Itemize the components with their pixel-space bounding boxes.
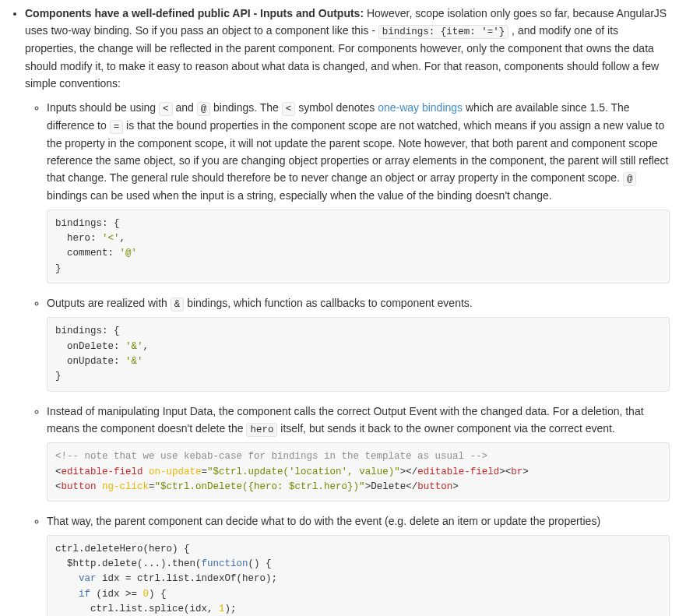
code-lt-2: < bbox=[282, 102, 296, 116]
code-hero: hero bbox=[246, 423, 277, 437]
item-inputs: Inputs should be using < and @ bindings.… bbox=[47, 99, 670, 284]
code-outputs-bindings: bindings: { onDelete: '&', onUpdate: '&'… bbox=[47, 317, 670, 392]
lead-inline-code: bindings: {item: '='} bbox=[378, 25, 509, 39]
code-at: @ bbox=[197, 102, 211, 116]
lead-paragraph: Components have a well-defined public AP… bbox=[25, 5, 670, 93]
inner-list: Inputs should be using < and @ bindings.… bbox=[25, 99, 670, 616]
code-ctrl: ctrl.deleteHero(hero) { $http.delete(...… bbox=[47, 535, 670, 616]
code-lt: < bbox=[159, 102, 173, 116]
outputs-text: Outputs are realized with & bindings, wh… bbox=[47, 294, 670, 312]
lead-bold: Components have a well-defined public AP… bbox=[25, 7, 364, 19]
code-template: <!-- note that we use kebab-case for bin… bbox=[47, 442, 670, 502]
item-thatway: That way, the parent component can decid… bbox=[47, 512, 670, 616]
inputs-text: Inputs should be using < and @ bindings.… bbox=[47, 99, 670, 205]
code-inputs-bindings: bindings: { hero: '<', comment: '@' } bbox=[47, 209, 670, 284]
thatway-text: That way, the parent component can decid… bbox=[47, 512, 670, 530]
page: Components have a well-defined public AP… bbox=[0, 0, 679, 616]
outer-list: Components have a well-defined public AP… bbox=[9, 5, 670, 616]
item-outputs: Outputs are realized with & bindings, wh… bbox=[47, 294, 670, 392]
main-bullet: Components have a well-defined public AP… bbox=[25, 5, 670, 616]
code-eq: = bbox=[110, 120, 124, 134]
code-at-2: @ bbox=[623, 172, 637, 186]
item-instead: Instead of manipulating Input Data, the … bbox=[47, 403, 670, 502]
one-way-bindings-link[interactable]: one-way bindings bbox=[378, 101, 463, 114]
instead-text: Instead of manipulating Input Data, the … bbox=[47, 403, 670, 438]
code-amp: & bbox=[171, 297, 185, 312]
